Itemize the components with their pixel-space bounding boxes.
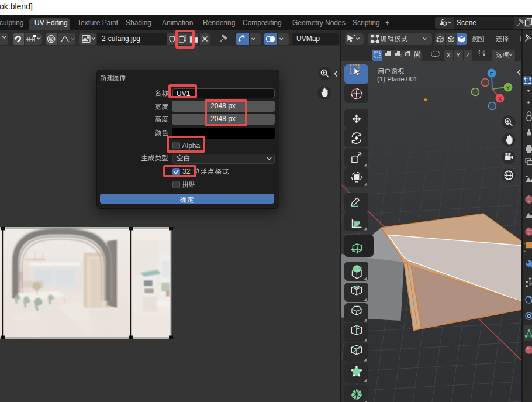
svg-text:X: X (498, 96, 502, 102)
svg-text:Y: Y (506, 85, 510, 91)
svg-text:Z: Z (490, 71, 493, 77)
